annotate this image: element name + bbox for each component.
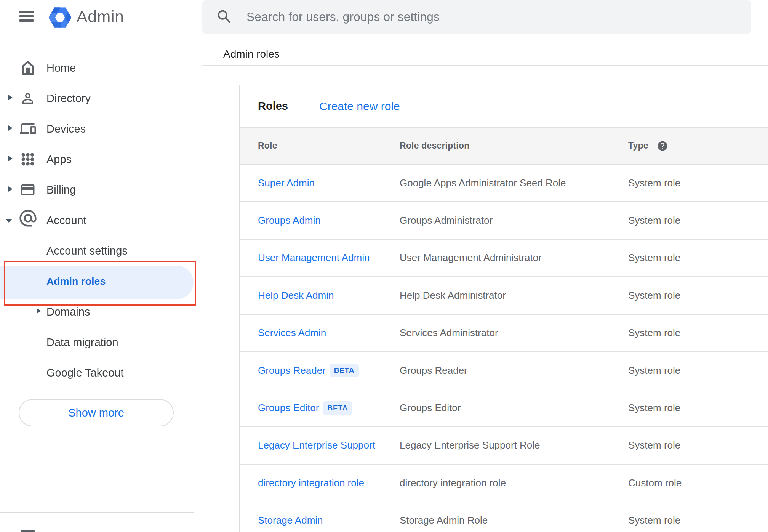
beta-badge: BETA xyxy=(330,364,359,377)
sidebar-item-admin-roles[interactable]: Admin roles xyxy=(0,266,202,296)
role-link[interactable]: Legacy Enterprise Support xyxy=(258,439,400,451)
apps-grid-icon xyxy=(20,151,36,167)
table-row[interactable]: Groups EditorBETA Groups Editor System r… xyxy=(240,389,768,427)
role-link[interactable]: Groups Admin xyxy=(258,215,400,226)
panel-title: Roles xyxy=(258,100,288,112)
table-row[interactable]: Services Admin Services Administrator Sy… xyxy=(240,315,768,352)
role-link[interactable]: Help Desk Admin xyxy=(258,290,400,301)
beta-badge: BETA xyxy=(323,401,352,415)
role-link[interactable]: User Management Admin xyxy=(258,252,400,264)
search-bar[interactable]: Search for users, groups or settings xyxy=(202,0,751,34)
column-header-role: Role xyxy=(258,141,400,151)
home-icon xyxy=(20,60,36,76)
role-link[interactable]: Storage Admin xyxy=(258,514,400,526)
table-row[interactable]: Legacy Enterprise Support Legacy Enterpr… xyxy=(240,427,768,465)
expand-right-icon[interactable] xyxy=(8,95,13,100)
admin-logo-icon xyxy=(48,5,72,32)
expand-right-icon[interactable] xyxy=(8,125,13,131)
table-row[interactable]: Storage Admin Storage Admin Role System … xyxy=(240,502,768,532)
sidebar-item-google-takeout[interactable]: Google Takeout xyxy=(0,357,202,388)
sidebar-item-account-settings[interactable]: Account settings xyxy=(0,236,202,266)
table-row[interactable]: User Management Admin User Management Ad… xyxy=(240,240,768,277)
table-row[interactable]: Super Admin Google Apps Administrator Se… xyxy=(240,165,768,202)
sidebar-item-devices[interactable]: Devices xyxy=(0,114,202,144)
table-row[interactable]: directory integration role directory int… xyxy=(240,465,768,502)
expand-right-icon[interactable] xyxy=(8,156,13,161)
role-link[interactable]: Services Admin xyxy=(258,327,400,339)
sidebar: Admin Home Directory Devices xyxy=(0,0,202,532)
column-header-type: Type xyxy=(628,140,768,152)
show-more-button[interactable]: Show more xyxy=(19,399,174,426)
table-row[interactable]: Groups Admin Groups Administrator System… xyxy=(240,202,768,239)
menu-icon[interactable] xyxy=(19,11,34,22)
page: Admin Home Directory Devices xyxy=(0,0,768,532)
sidebar-nav: Home Directory Devices xyxy=(0,53,202,388)
table-row[interactable]: Help Desk Admin Help Desk Administrator … xyxy=(240,277,768,314)
help-icon[interactable] xyxy=(657,140,668,152)
role-link[interactable]: Groups EditorBETA xyxy=(258,401,400,415)
credit-card-icon xyxy=(20,182,36,198)
sidebar-item-data-migration[interactable]: Data migration xyxy=(0,327,202,357)
sidebar-item-directory[interactable]: Directory xyxy=(0,83,202,114)
sidebar-item-home[interactable]: Home xyxy=(0,53,202,83)
role-link[interactable]: directory integration role xyxy=(258,477,400,489)
breadcrumb: Admin roles xyxy=(223,46,280,62)
cutoff-icon xyxy=(21,530,35,532)
search-icon xyxy=(216,8,233,26)
app-title: Admin xyxy=(77,7,124,26)
breadcrumb-divider xyxy=(202,65,768,66)
sidebar-divider xyxy=(0,512,194,513)
expand-right-icon[interactable] xyxy=(37,308,41,314)
roles-panel: Roles Create new role Role Role descript… xyxy=(239,85,768,532)
expand-right-icon[interactable] xyxy=(8,186,13,192)
sidebar-item-apps[interactable]: Apps xyxy=(0,144,202,175)
sidebar-item-billing[interactable]: Billing xyxy=(0,175,202,205)
roles-panel-header: Roles Create new role xyxy=(240,85,768,127)
column-header-description: Role description xyxy=(400,141,628,151)
create-new-role-link[interactable]: Create new role xyxy=(319,100,400,113)
role-link[interactable]: Super Admin xyxy=(258,177,400,189)
at-sign-icon xyxy=(18,208,38,228)
collapse-down-icon[interactable] xyxy=(5,219,12,223)
devices-icon xyxy=(20,121,36,137)
sidebar-item-domains[interactable]: Domains xyxy=(0,296,202,327)
role-link[interactable]: Groups ReaderBETA xyxy=(258,364,400,377)
table-header-row: Role Role description Type xyxy=(240,127,768,165)
table-row[interactable]: Groups ReaderBETA Groups Reader System r… xyxy=(240,352,768,389)
sidebar-item-account[interactable]: Account xyxy=(0,205,202,236)
person-icon xyxy=(20,90,36,106)
search-placeholder: Search for users, groups or settings xyxy=(246,0,440,34)
